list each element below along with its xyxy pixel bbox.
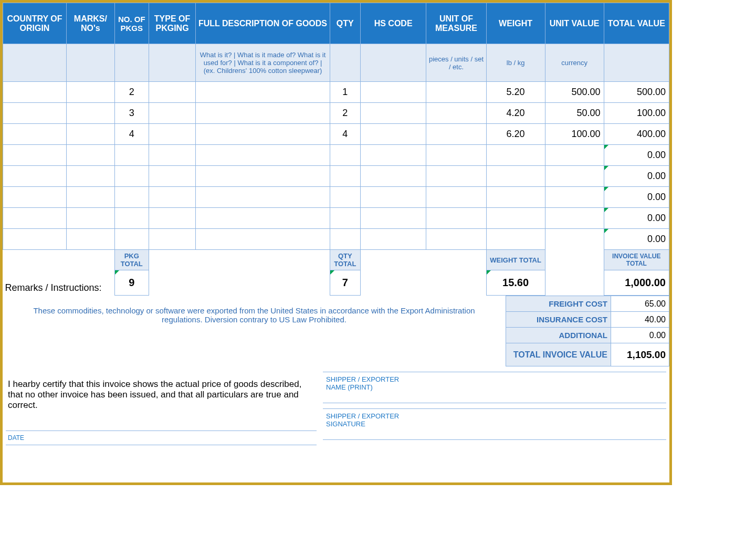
cell-pkgs[interactable]: 2 [114,82,149,103]
cell-qty[interactable]: 2 [330,103,360,124]
date-field[interactable]: DATE [6,430,317,445]
cell-totalval: 0.00 [604,166,669,187]
col-pkging: TYPE OF PKGING [149,3,196,44]
cell-totalval: 0.00 [604,229,669,250]
col-pkgs: NO. OF PKGS [114,3,149,44]
invoice-total: 1,000.00 [604,270,669,296]
certification-text: I hearby certify that this invoice shows… [6,375,317,415]
qty-total: 7 [330,270,360,296]
sig-label: NAME (PRINT) [326,383,663,391]
sig-label: SIGNATURE [326,420,663,428]
hint-uom: pieces / units / set / etc. [426,44,486,82]
insurance-label: INSURANCE COST [506,312,611,328]
cell-weight[interactable]: 6.20 [486,124,545,145]
cell-weight[interactable]: 4.20 [486,103,545,124]
col-country: COUNTRY OF ORIGIN [3,3,67,44]
additional-value[interactable]: 0.00 [611,328,669,343]
col-desc: FULL DESCRIPTION OF GOODS [196,3,330,44]
col-totalval: TOTAL VALUE [604,3,669,44]
table-row[interactable]: 0.00 [3,166,669,187]
cell-weight[interactable]: 5.20 [486,82,545,103]
weight-total-label: WEIGHT TOTAL [486,250,545,270]
goods-table: COUNTRY OF ORIGIN MARKS/ NO's NO. OF PKG… [3,3,669,296]
hint-row: What is it? | What is it made of? What i… [3,44,669,82]
pkg-total-label: PKG TOTAL [114,250,149,270]
col-qty: QTY [330,3,360,44]
hint-weight: lb / kg [486,44,545,82]
col-unitval: UNIT VALUE [545,3,604,44]
cell-unitval[interactable]: 50.00 [545,103,604,124]
col-uom: UNIT OF MEASURE [426,3,486,44]
pkg-total: 9 [114,270,149,296]
table-row[interactable]: 4 4 6.20 100.00 400.00 [3,124,669,145]
freight-value[interactable]: 65.00 [611,296,669,312]
cell-totalval: 100.00 [604,103,669,124]
total-invoice-label: TOTAL INVOICE VALUE [506,343,611,366]
table-row[interactable]: 0.00 [3,187,669,208]
export-note-area: These commodities, technology or softwar… [3,296,506,366]
invoice-total-label: INVOICE VALUE TOTAL [604,250,669,270]
table-row[interactable]: 2 1 5.20 500.00 500.00 [3,82,669,103]
table-row[interactable]: 0.00 [3,229,669,250]
cell-qty[interactable]: 4 [330,124,360,145]
cell-unitval[interactable]: 100.00 [545,124,604,145]
total-invoice-value: 1,105.00 [611,343,669,366]
col-marks: MARKS/ NO's [66,3,114,44]
hint-desc: What is it? | What is it made of? What i… [196,44,330,82]
shipper-signature-field[interactable]: SHIPPER / EXPORTER SIGNATURE [323,408,666,440]
cell-unitval[interactable]: 500.00 [545,82,604,103]
costs-table: FREIGHT COST 65.00 INSURANCE COST 40.00 … [506,296,669,366]
header-row: COUNTRY OF ORIGIN MARKS/ NO's NO. OF PKG… [3,3,669,44]
qty-total-label: QTY TOTAL [330,250,360,270]
date-label: DATE [8,434,24,442]
insurance-value[interactable]: 40.00 [611,312,669,328]
weight-total: 15.60 [486,270,545,296]
sig-label: SHIPPER / EXPORTER [326,375,663,383]
cell-pkgs[interactable]: 3 [114,103,149,124]
remarks-label: Remarks / Instructions: [5,282,102,293]
table-row[interactable]: 3 2 4.20 50.00 100.00 [3,103,669,124]
cell-totalval: 400.00 [604,124,669,145]
hint-unitval: currency [545,44,604,82]
sig-label: SHIPPER / EXPORTER [326,412,663,420]
col-weight: WEIGHT [486,3,545,44]
table-row[interactable]: 0.00 [3,145,669,166]
col-hs: HS CODE [360,3,426,44]
freight-label: FREIGHT COST [506,296,611,312]
shipper-name-field[interactable]: SHIPPER / EXPORTER NAME (PRINT) [323,372,666,403]
export-note: These commodities, technology or softwar… [3,296,506,334]
table-row[interactable]: 0.00 [3,208,669,229]
cell-totalval: 500.00 [604,82,669,103]
cell-totalval: 0.00 [604,145,669,166]
cell-pkgs[interactable]: 4 [114,124,149,145]
additional-label: ADDITIONAL [506,328,611,343]
cell-totalval: 0.00 [604,208,669,229]
cell-qty[interactable]: 1 [330,82,360,103]
cell-totalval: 0.00 [604,187,669,208]
